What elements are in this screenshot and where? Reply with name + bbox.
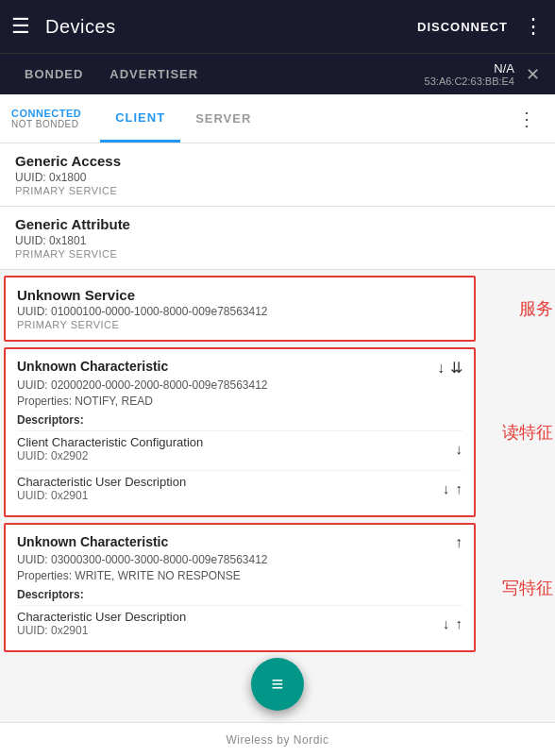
connection-status: CONNECTED NOT BONDED: [11, 108, 81, 129]
service-name: Generic Access: [15, 153, 540, 169]
device-mac: 53:A6:C2:63:BB:E4: [425, 76, 514, 87]
service-uuid: UUID: 0x1800: [15, 171, 540, 184]
characteristic-item: Unknown Characteristic ↑ UUID: 03000300-…: [6, 525, 474, 650]
service-type: PRIMARY SERVICE: [17, 319, 462, 330]
bottom-bar-text: Wireless by Nordic: [226, 733, 328, 747]
char-properties: Properties: NOTIFY, READ: [17, 395, 462, 408]
server-tab[interactable]: SERVER: [180, 96, 266, 141]
char-uuid: UUID: 03000300-0000-3000-8000-009e785634…: [17, 553, 462, 566]
app-title: Devices: [45, 16, 417, 38]
descriptor-name: Client Characteristic Configuration: [17, 435, 456, 449]
descriptor-name: Characteristic User Description: [17, 475, 443, 489]
descriptor-name: Characteristic User Description: [17, 610, 443, 624]
service-type: PRIMARY SERVICE: [15, 248, 540, 260]
not-bonded-label: NOT BONDED: [11, 119, 81, 129]
service-uuid: UUID: 0x1801: [15, 234, 540, 247]
char-name: Unknown Characteristic: [17, 359, 437, 374]
device-bar: BONDED ADVERTISER N/A 53:A6:C2:63:BB:E4 …: [0, 53, 555, 94]
descriptor-icons: ↓: [456, 441, 463, 457]
read-char-annotation: 读特征: [502, 421, 553, 444]
more-icon[interactable]: ⋮: [523, 14, 544, 39]
client-server-tabs: CLIENT SERVER: [100, 95, 510, 143]
unknown-service: Unknown Service UUID: 01000100-0000-1000…: [4, 276, 476, 342]
notify-icon[interactable]: ⇊: [450, 359, 462, 377]
service-type: PRIMARY SERVICE: [15, 185, 540, 196]
app-bar: ☰ Devices DISCONNECT ⋮: [0, 0, 555, 53]
descriptor-uuid: UUID: 0x2902: [17, 449, 456, 462]
generic-access-service: Generic Access UUID: 0x1800 PRIMARY SERV…: [0, 143, 555, 207]
descriptor-info: Characteristic User Description UUID: 0x…: [17, 610, 443, 637]
service-uuid: UUID: 01000100-0000-1000-8000-009e785634…: [17, 305, 462, 318]
device-info: N/A 53:A6:C2:63:BB:E4: [211, 61, 514, 87]
char-uuid: UUID: 02000200-0000-2000-8000-009e785634…: [17, 378, 462, 392]
menu-icon[interactable]: ☰: [11, 14, 30, 39]
char-name: Unknown Characteristic: [17, 534, 455, 549]
characteristic-read: Unknown Characteristic ↓ ⇊ UUID: 0200020…: [4, 347, 476, 517]
connected-label: CONNECTED: [11, 108, 81, 119]
connected-bar: CONNECTED NOT BONDED CLIENT SERVER ⋮: [0, 94, 555, 143]
fab-button[interactable]: ≡: [251, 658, 304, 711]
read-desc-icon[interactable]: ↓: [443, 615, 450, 631]
char-properties: Properties: WRITE, WRITE NO RESPONSE: [17, 569, 462, 582]
write-char-annotation: 写特征: [502, 577, 553, 599]
descriptor-info: Client Characteristic Configuration UUID…: [17, 435, 456, 462]
advertiser-tab[interactable]: ADVERTISER: [96, 56, 211, 92]
write-icon[interactable]: ↑: [455, 534, 462, 551]
descriptors-label: Descriptors:: [17, 413, 462, 427]
read-desc-icon[interactable]: ↓: [456, 441, 463, 457]
service-name: Unknown Service: [17, 287, 462, 303]
service-annotation: 服务: [519, 297, 553, 320]
write-desc-icon[interactable]: ↑: [456, 480, 463, 496]
descriptors-label: Descriptors:: [17, 588, 462, 601]
descriptor-icons: ↓ ↑: [443, 615, 462, 631]
write-desc-icon[interactable]: ↑: [456, 615, 463, 631]
client-tab[interactable]: CLIENT: [100, 95, 180, 143]
close-icon[interactable]: ✕: [522, 60, 544, 89]
characteristic-write: Unknown Characteristic ↑ UUID: 03000300-…: [4, 523, 476, 652]
descriptor-row: Characteristic User Description UUID: 0x…: [17, 605, 462, 641]
disconnect-button[interactable]: DISCONNECT: [417, 20, 508, 34]
descriptor-uuid: UUID: 0x2901: [17, 489, 443, 502]
descriptor-row: Client Characteristic Configuration UUID…: [17, 430, 462, 466]
char-icons: ↑: [455, 534, 462, 551]
char-icons: ↓ ⇊: [437, 359, 462, 377]
bonded-tab[interactable]: BONDED: [11, 56, 96, 92]
characteristic-item: Unknown Characteristic ↓ ⇊ UUID: 0200020…: [6, 349, 474, 515]
service-name: Generic Attribute: [15, 216, 540, 232]
char-header: Unknown Characteristic ↓ ⇊: [17, 359, 462, 377]
services-list: Generic Access UUID: 0x1800 PRIMARY SERV…: [0, 143, 555, 743]
more-options-icon[interactable]: ⋮: [510, 104, 544, 134]
descriptor-info: Characteristic User Description UUID: 0x…: [17, 475, 443, 502]
fab-icon: ≡: [272, 672, 284, 697]
char-header: Unknown Characteristic ↑: [17, 534, 462, 551]
device-name: N/A: [494, 61, 514, 76]
descriptor-uuid: UUID: 0x2901: [17, 624, 443, 637]
read-desc-icon[interactable]: ↓: [443, 480, 450, 496]
read-icon[interactable]: ↓: [437, 360, 445, 377]
descriptor-row: Characteristic User Description UUID: 0x…: [17, 470, 462, 506]
bottom-bar: Wireless by Nordic: [0, 722, 555, 756]
generic-attribute-service: Generic Attribute UUID: 0x1801 PRIMARY S…: [0, 207, 555, 270]
descriptor-icons: ↓ ↑: [443, 480, 462, 496]
